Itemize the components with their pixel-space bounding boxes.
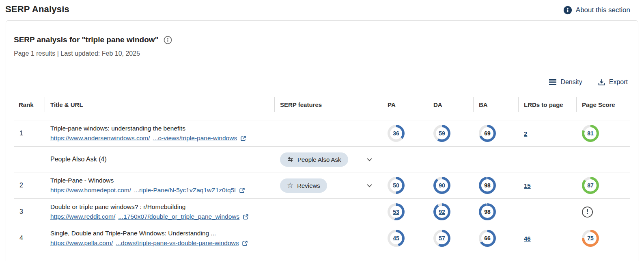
lrds-cell: 2 bbox=[519, 130, 577, 137]
header-da: DA bbox=[428, 97, 474, 112]
page-header: SERP Analysis About this section bbox=[0, 0, 644, 20]
page-score-donut[interactable]: 87 bbox=[582, 177, 599, 194]
pa-donut[interactable]: 53 bbox=[388, 203, 405, 220]
pa-value-link[interactable]: 45 bbox=[393, 235, 399, 241]
result-title: Triple-Pane - Windows bbox=[50, 176, 272, 185]
lrds-link[interactable]: 46 bbox=[524, 235, 531, 242]
table-row: 2 Triple-Pane - Windows https://www.home… bbox=[14, 172, 630, 198]
table-body: 1 Triple-pane windows: understanding the… bbox=[14, 120, 630, 251]
da-value-link[interactable]: 57 bbox=[439, 235, 445, 241]
table-row: 4 Single, Double and Triple-Pane Windows… bbox=[14, 225, 630, 251]
da-donut[interactable]: 59 bbox=[433, 125, 450, 142]
lrds-cell: 15 bbox=[519, 182, 577, 189]
ba-donut: 98 bbox=[479, 177, 496, 194]
ba-donut: 98 bbox=[479, 203, 496, 220]
reviews-chip[interactable]: ☆ Reviews bbox=[280, 178, 327, 193]
external-link-icon[interactable] bbox=[239, 187, 245, 194]
lrds-cell: 46 bbox=[519, 235, 577, 242]
header-ba: BA bbox=[474, 97, 519, 112]
result-url-link[interactable]: https://www.pella.com/...dows/triple-pan… bbox=[50, 238, 239, 248]
chevron-down-icon[interactable] bbox=[366, 157, 373, 162]
about-label: About this section bbox=[576, 6, 630, 14]
da-value-link[interactable]: 59 bbox=[439, 130, 445, 137]
ba-value: 69 bbox=[484, 130, 491, 137]
result-title: Double or triple pane windows? : r/Homeb… bbox=[50, 202, 272, 212]
pa-donut[interactable]: 45 bbox=[388, 230, 405, 247]
ba-cell: 98 bbox=[474, 177, 519, 194]
da-donut[interactable]: 57 bbox=[433, 230, 450, 247]
pa-donut[interactable]: 50 bbox=[388, 177, 405, 194]
ba-cell: 69 bbox=[474, 125, 519, 142]
ba-value: 98 bbox=[484, 182, 491, 189]
header-rank: Rank bbox=[14, 97, 45, 112]
table-toolbar: Density Export bbox=[14, 77, 630, 87]
card-subtitle: Page 1 results | Last updated: Feb 10, 2… bbox=[14, 50, 630, 57]
page-score-cell: 75 bbox=[577, 230, 630, 247]
page-score-donut[interactable]: 75 bbox=[582, 230, 599, 247]
chevron-down-icon[interactable] bbox=[366, 183, 373, 188]
page-score-link[interactable]: 81 bbox=[587, 130, 594, 137]
header-pa: PA bbox=[382, 97, 428, 112]
pa-donut[interactable]: 36 bbox=[388, 125, 405, 142]
info-outline-icon[interactable] bbox=[164, 36, 172, 44]
density-label: Density bbox=[560, 78, 582, 86]
swap-horizontal-icon bbox=[287, 157, 294, 162]
pa-cell: 45 bbox=[382, 230, 428, 247]
star-icon: ☆ bbox=[287, 183, 293, 188]
pa-value-link[interactable]: 53 bbox=[393, 209, 399, 215]
info-filled-icon bbox=[563, 6, 572, 15]
table-row: 1 Triple-pane windows: understanding the… bbox=[14, 120, 630, 146]
result-title: Triple-pane windows: understanding the b… bbox=[50, 124, 272, 133]
lrds-link[interactable]: 15 bbox=[524, 182, 531, 189]
ba-value: 98 bbox=[484, 209, 491, 215]
page-title: SERP Analysis bbox=[5, 4, 69, 15]
export-button[interactable]: Export bbox=[598, 78, 628, 86]
da-donut[interactable]: 92 bbox=[433, 203, 450, 220]
header-lrds: LRDs to page bbox=[519, 97, 577, 112]
page-score-donut[interactable]: 81 bbox=[582, 125, 599, 142]
rank-value: 1 bbox=[14, 130, 45, 137]
da-cell: 92 bbox=[428, 203, 474, 220]
export-label: Export bbox=[609, 78, 628, 86]
density-button[interactable]: Density bbox=[549, 78, 582, 86]
serp-analysis-card: SERP analysis for "triple pane window" P… bbox=[6, 20, 638, 261]
da-donut[interactable]: 90 bbox=[433, 177, 450, 194]
table-row: 3 Double or triple pane windows? : r/Hom… bbox=[14, 198, 630, 225]
page-score-alert-icon[interactable]: ! bbox=[582, 207, 593, 218]
people-also-ask-chip[interactable]: People Also Ask bbox=[280, 152, 348, 167]
rank-value: 3 bbox=[14, 208, 45, 215]
page-score-link[interactable]: 87 bbox=[587, 182, 594, 189]
page-score-cell: ! bbox=[577, 207, 630, 218]
pa-cell: 36 bbox=[382, 125, 428, 142]
density-lines-icon bbox=[549, 79, 557, 85]
page-score-cell: 87 bbox=[577, 177, 630, 194]
table-row-serp-feature: People Also Ask (4) People Also Ask bbox=[14, 146, 630, 172]
lrds-link[interactable]: 2 bbox=[524, 130, 527, 137]
pa-value-link[interactable]: 50 bbox=[393, 182, 399, 189]
da-value-link[interactable]: 92 bbox=[439, 209, 445, 215]
header-serp-features: SERP features bbox=[275, 97, 382, 112]
chip-label: Reviews bbox=[297, 182, 320, 189]
download-icon bbox=[598, 78, 605, 86]
page-score-cell: 81 bbox=[577, 125, 630, 142]
ba-donut: 66 bbox=[479, 230, 496, 247]
page-score-link[interactable]: 75 bbox=[587, 235, 594, 241]
chip-label: People Also Ask bbox=[297, 156, 341, 163]
table-header: Rank Title & URL SERP features PA DA BA … bbox=[14, 97, 630, 112]
da-cell: 57 bbox=[428, 230, 474, 247]
result-url-link[interactable]: https://www.homedepot.com/...riple-Pane/… bbox=[50, 185, 236, 195]
pa-cell: 53 bbox=[382, 203, 428, 220]
external-link-icon[interactable] bbox=[242, 240, 248, 246]
da-value-link[interactable]: 90 bbox=[439, 182, 445, 189]
result-url-link[interactable]: https://www.andersenwindows.com/...o-vie… bbox=[50, 133, 237, 143]
ba-value: 66 bbox=[484, 235, 491, 241]
pa-value-link[interactable]: 36 bbox=[393, 130, 399, 137]
pa-cell: 50 bbox=[382, 177, 428, 194]
da-cell: 59 bbox=[428, 125, 474, 142]
result-url-link[interactable]: https://www.reddit.com/...1750x07/double… bbox=[50, 212, 239, 222]
external-link-icon[interactable] bbox=[243, 214, 249, 220]
ba-cell: 98 bbox=[474, 203, 519, 220]
header-title-url: Title & URL bbox=[45, 97, 275, 112]
external-link-icon[interactable] bbox=[240, 135, 246, 141]
about-this-section-link[interactable]: About this section bbox=[563, 6, 630, 15]
